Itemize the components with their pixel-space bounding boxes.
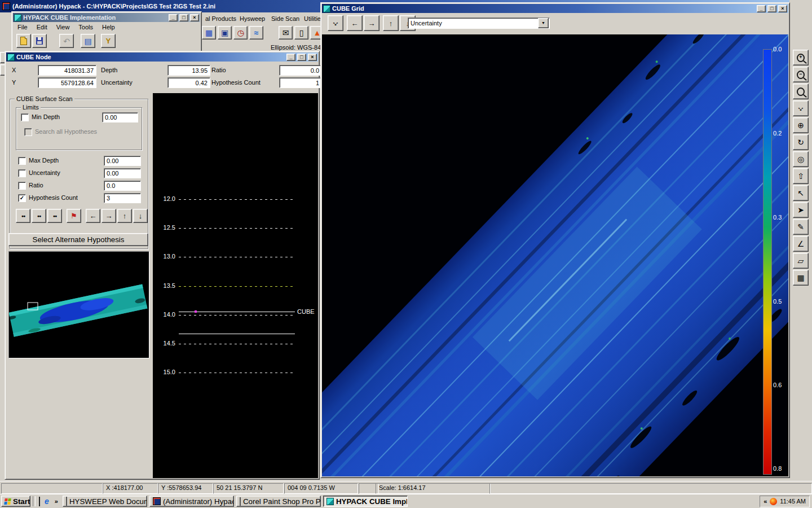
cube-grid-titlebar[interactable]: CUBE Grid _ □ × [322,4,788,13]
search-next-binoculars-icon[interactable]: ●● [32,209,46,223]
sonar-swath-image [322,34,788,476]
menu-edit[interactable]: Edit [32,23,52,32]
close-button[interactable]: × [778,5,787,12]
x-value-field[interactable]: 418031.37 [38,65,96,76]
envelope-icon[interactable]: ✉ [279,26,293,40]
internet-explorer-icon[interactable]: e [43,497,50,505]
flag-marker-icon[interactable]: ⚑ [67,209,81,223]
north-arrow-icon[interactable]: ⇧ [793,168,809,184]
grid-cells-icon[interactable]: ▦ [793,270,809,286]
max-depth-checkbox[interactable] [18,157,26,165]
cube-grid-window: CUBE Grid _ □ × ↔↔ ← → ↑ ↓ Uncertainty ▼ [320,2,790,478]
minimize-button[interactable]: _ [286,54,295,61]
uncertainty-value-field[interactable]: 0.42 [167,77,210,88]
uncertainty-label: Uncertainty [101,79,133,86]
status-empty-panel [489,483,812,494]
hypothesis-count-limit-field[interactable]: 3 [104,193,141,203]
cube-line-label: CUBE [297,308,315,315]
close-button[interactable]: × [190,14,199,21]
pen-icon[interactable]: ✎ [793,219,809,235]
page-icon[interactable]: ▯ [294,26,308,40]
pan-left-button[interactable]: ← [347,15,363,31]
menu-hysweep[interactable]: Hysweep [235,14,270,23]
hypothesis-count-limit-label: Hypothesis Count [29,194,78,201]
hypothesis-count-value-field[interactable]: 1 [279,77,322,88]
pan-up-button[interactable]: ↑ [383,15,399,31]
step-right-button[interactable]: → [102,209,116,223]
select-alternate-hypothesis-button[interactable]: Select Alternate Hypothesis [8,233,148,246]
depth-tick-label: 12.5 [158,224,175,231]
menu-file[interactable]: File [13,23,32,32]
minimize-button[interactable]: _ [169,14,178,21]
step-left-button[interactable]: ← [86,209,100,223]
pan-right-button[interactable]: → [364,15,379,31]
select-arrow-icon[interactable]: ➤ [793,202,809,218]
maximize-button[interactable]: □ [297,54,306,61]
menu-tools[interactable]: Tools [74,23,98,32]
depth-value-field[interactable]: 13.95 [167,65,210,76]
tray-clock: 11:45 AM [780,498,806,505]
uncertainty-limit-checkbox[interactable] [18,169,26,177]
ratio-value-field[interactable]: 0.0 [279,65,322,76]
quick-launch-chevron-icon[interactable]: » [52,498,60,505]
minimize-button[interactable]: _ [757,5,766,12]
show-desktop-icon[interactable] [38,496,41,507]
pan-icon[interactable]: ⊕ [793,117,809,133]
cube-node-titlebar[interactable]: CUBE Node _ □ × [6,52,318,62]
undo-icon[interactable]: ↶ [59,34,74,48]
menu-side-scan[interactable]: Side Scan [267,14,304,23]
y-value-field[interactable]: 5579128.64 [38,77,96,88]
ratio-limit-field[interactable]: 0.0 [104,181,141,191]
matrix-icon[interactable]: ▦ [202,26,216,40]
grid-map-view[interactable]: 0.0 0.2 0.3 0.5 0.6 0.8 [322,34,788,476]
maximize-button[interactable]: □ [767,5,776,12]
cube-impl-titlebar[interactable]: HYPACK CUBE Implementation _ □ × [13,13,200,22]
tray-alert-icon[interactable] [770,498,777,505]
zoom-out-icon[interactable]: − [793,67,809,82]
step-down-button[interactable]: ↓ [133,209,148,223]
taskbar-task-cube-active[interactable]: HYPACK CUBE Imple... [323,496,408,507]
step-up-button[interactable]: ↑ [117,209,132,223]
taskbar-task-corel[interactable]: Corel Paint Shop Pro Phot... [236,496,321,507]
search-binoculars-icon[interactable]: ●● [16,209,30,223]
maximize-button[interactable]: □ [179,14,188,21]
surface-scan-preview[interactable] [8,251,149,358]
menu-view[interactable]: View [52,23,74,32]
max-depth-field[interactable]: 0.00 [104,156,141,166]
chevron-down-icon[interactable]: ▼ [538,18,549,28]
save-icon[interactable] [32,34,47,48]
angle-measure-icon[interactable]: ∠ [793,236,809,252]
cube-icon [326,498,334,505]
levels-icon[interactable]: ▤ [81,34,95,48]
layer-select-combobox[interactable]: Uncertainty ▼ [408,17,550,29]
book-icon[interactable]: ▣ [218,26,232,40]
target-icon[interactable]: ◎ [793,151,809,167]
geodesy-clock-icon[interactable]: ◷ [233,26,248,40]
rotate-icon[interactable]: ↻ [793,134,809,150]
uncertainty-limit-field[interactable]: 0.00 [104,168,141,178]
search-prev-binoculars-icon[interactable]: ●● [47,209,62,223]
tray-chevron-icon[interactable]: « [764,498,767,505]
y-probe-icon[interactable]: Y [101,34,116,48]
colorbar-label: 0.8 [773,465,788,472]
start-button[interactable]: Start [1,496,30,507]
hypothesis-count-limit-checkbox[interactable]: ✓ [18,194,26,202]
taskbar-task-hysweep-doc[interactable]: HYSWEEP Web Docume... [63,496,147,507]
menu-help[interactable]: Help [98,23,120,32]
pointer-icon[interactable]: ↖ [793,185,809,201]
colorbar-label: 0.3 [773,214,788,221]
zoom-extents-button[interactable]: ↔↔ [328,15,343,31]
min-depth-field[interactable]: 0.00 [102,112,138,122]
zoom-in-icon[interactable]: + [793,50,809,65]
status-scale: Scale: 1:6614.17 [376,483,491,494]
taskbar-task-hypack[interactable]: (Administrator) Hypack - ... [149,496,234,507]
zoom-window-icon[interactable] [793,84,809,99]
open-folder-icon[interactable] [16,34,31,48]
eraser-icon[interactable]: ▱ [793,253,809,269]
zoom-extents-icon[interactable]: ↔↔ [793,100,809,116]
ratio-limit-checkbox[interactable] [18,182,26,190]
wave-icon[interactable]: ≈ [249,26,263,40]
gridline-14-0 [179,315,295,316]
min-depth-checkbox[interactable] [21,113,29,121]
close-button[interactable]: × [308,54,317,61]
